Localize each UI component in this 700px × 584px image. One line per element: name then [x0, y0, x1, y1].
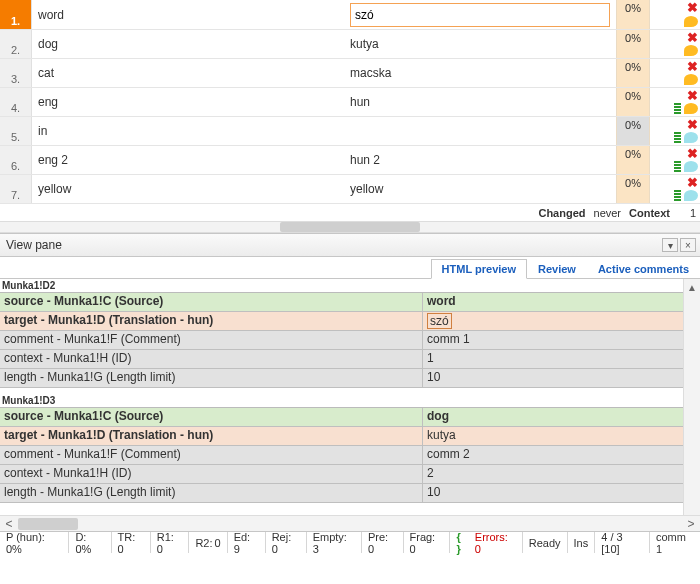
view-pane-title: View pane: [6, 238, 62, 252]
panel-title: Munka1!D2: [0, 279, 683, 293]
row-number[interactable]: 1.: [0, 0, 32, 29]
scroll-up-icon[interactable]: ▲: [684, 279, 700, 295]
target-input[interactable]: [350, 3, 610, 27]
bars-icon: [674, 103, 681, 115]
status-r2: R2: 0: [189, 532, 227, 553]
status-comm: comm 1: [650, 532, 700, 553]
x-icon[interactable]: ✖: [687, 176, 698, 189]
field-length-label: length - Munka1!G (Length limit): [0, 369, 423, 387]
detail-panels: Munka1!D2source - Munka1!C (Source)wordt…: [0, 279, 700, 515]
window-dropdown-icon[interactable]: ▾: [662, 238, 678, 252]
tab-html-preview[interactable]: HTML preview: [431, 259, 527, 279]
field-comment-label: comment - Munka1!F (Comment): [0, 446, 423, 464]
x-icon[interactable]: ✖: [687, 118, 698, 131]
grid-row[interactable]: 7.yellowyellow0%✖: [0, 174, 700, 203]
status-errors: { } Errors: 0: [450, 532, 522, 553]
row-number[interactable]: 7.: [0, 175, 32, 203]
field-target: target - Munka1!D (Translation - hun)szó: [0, 312, 683, 331]
target-cell[interactable]: [344, 0, 616, 29]
field-target-value: szó: [423, 312, 683, 330]
status-rej: Rej: 0: [266, 532, 307, 553]
comment-bubble-icon[interactable]: [684, 161, 698, 172]
row-icons: ✖: [650, 175, 700, 203]
grid-row[interactable]: 1.word0%✖: [0, 0, 700, 29]
row-number[interactable]: 4.: [0, 88, 32, 116]
source-cell[interactable]: eng: [32, 88, 344, 116]
grid-row[interactable]: 4.enghun0%✖: [0, 87, 700, 116]
match-percent: 0%: [616, 175, 650, 203]
target-cell[interactable]: macska: [344, 59, 616, 87]
field-target: target - Munka1!D (Translation - hun)kut…: [0, 427, 683, 446]
source-cell[interactable]: word: [32, 0, 344, 29]
grid-row[interactable]: 2.dogkutya0%✖: [0, 29, 700, 58]
x-icon[interactable]: ✖: [687, 1, 698, 14]
field-comment: comment - Munka1!F (Comment)comm 1: [0, 331, 683, 350]
context-label: Context: [629, 207, 670, 219]
comment-bubble-icon[interactable]: [684, 16, 698, 27]
field-context-value: 1: [423, 350, 683, 368]
field-length-value: 10: [423, 369, 683, 387]
tab-review[interactable]: Review: [527, 259, 587, 278]
row-number[interactable]: 6.: [0, 146, 32, 174]
tab-active-comments[interactable]: Active comments: [587, 259, 700, 278]
view-pane-header: View pane ▾ ×: [0, 233, 700, 257]
target-cell[interactable]: hun: [344, 88, 616, 116]
match-percent: 0%: [616, 0, 650, 29]
status-ready: Ready: [523, 532, 568, 553]
x-icon[interactable]: ✖: [687, 31, 698, 44]
source-cell[interactable]: dog: [32, 30, 344, 58]
panels-horizontal-scrollbar[interactable]: < >: [0, 515, 700, 531]
field-context-value: 2: [423, 465, 683, 483]
comment-bubble-icon[interactable]: [684, 45, 698, 56]
field-length: length - Munka1!G (Length limit)10: [0, 369, 683, 388]
status-d: D: 0%: [69, 532, 111, 553]
target-cell[interactable]: [344, 117, 616, 145]
grid-row[interactable]: 3.catmacska0%✖: [0, 58, 700, 87]
comment-bubble-icon[interactable]: [684, 74, 698, 85]
status-pre: Pre: 0: [362, 532, 404, 553]
panels-vertical-scrollbar[interactable]: ▲: [683, 279, 700, 515]
source-cell[interactable]: yellow: [32, 175, 344, 203]
grid-horizontal-scrollbar[interactable]: [0, 221, 700, 233]
row-icons: ✖: [650, 146, 700, 174]
row-number[interactable]: 2.: [0, 30, 32, 58]
comment-bubble-icon[interactable]: [684, 132, 698, 143]
window-close-icon[interactable]: ×: [680, 238, 696, 252]
field-context: context - Munka1!H (ID)2: [0, 465, 683, 484]
field-target-label: target - Munka1!D (Translation - hun): [0, 312, 423, 330]
row-number[interactable]: 5.: [0, 117, 32, 145]
context-line: Changed never Context 1: [0, 203, 700, 221]
status-bar: P (hun): 0% D: 0% TR: 0 R1: 0 R2: 0 Ed: …: [0, 531, 700, 553]
comment-bubble-icon[interactable]: [684, 190, 698, 201]
source-cell[interactable]: in: [32, 117, 344, 145]
field-length-value: 10: [423, 484, 683, 502]
source-cell[interactable]: cat: [32, 59, 344, 87]
bars-icon: [674, 161, 681, 173]
source-cell[interactable]: eng 2: [32, 146, 344, 174]
view-pane-tabs: HTML preview Review Active comments: [0, 257, 700, 279]
detail-panel: Munka1!D3source - Munka1!C (Source)dogta…: [0, 394, 683, 503]
grid-row[interactable]: 5.in0%✖: [0, 116, 700, 145]
target-cell[interactable]: yellow: [344, 175, 616, 203]
field-target-label: target - Munka1!D (Translation - hun): [0, 427, 423, 445]
field-target-value: kutya: [423, 427, 683, 445]
scroll-left-icon[interactable]: <: [0, 517, 18, 531]
x-icon[interactable]: ✖: [687, 89, 698, 102]
target-cell[interactable]: hun 2: [344, 146, 616, 174]
x-icon[interactable]: ✖: [687, 147, 698, 160]
field-source-value: word: [423, 293, 683, 311]
status-empty: Empty: 3: [307, 532, 362, 553]
target-cell[interactable]: kutya: [344, 30, 616, 58]
grid-row[interactable]: 6.eng 2hun 20%✖: [0, 145, 700, 174]
comment-bubble-icon[interactable]: [684, 103, 698, 114]
scroll-right-icon[interactable]: >: [682, 517, 700, 531]
x-icon[interactable]: ✖: [687, 60, 698, 73]
changed-label: Changed: [538, 207, 585, 219]
row-icons: ✖: [650, 0, 700, 29]
status-frag: Frag: 0: [404, 532, 451, 553]
panel-title: Munka1!D3: [0, 394, 683, 408]
row-number[interactable]: 3.: [0, 59, 32, 87]
field-source-value: dog: [423, 408, 683, 426]
status-ed: Ed: 9: [228, 532, 266, 553]
changed-value: never: [594, 207, 622, 219]
